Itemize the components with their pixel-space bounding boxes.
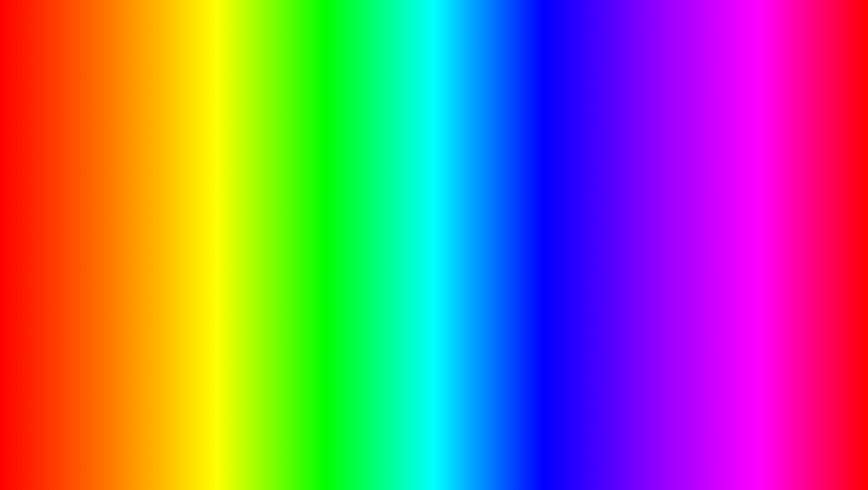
sidebar-ui-settings[interactable]: ⚙ UI Settings [43, 267, 101, 281]
logo-blox: BL [750, 441, 767, 456]
dungeon-title: • Dungeon [690, 173, 834, 180]
auto-farm-mastery-label: Auto Farm Selected Mastery [112, 267, 180, 273]
bottom-script: SCRIPT [380, 427, 525, 471]
panel-content-left: • Farming [ Main Farm ] Auto Farm Level … [102, 173, 263, 298]
sidebar-r-dungeon-label: Dungeon [641, 227, 663, 234]
fruit-rarity-label: Fruit Rarity to Trade with Chip [694, 219, 765, 225]
logo-ox: ⊗ [768, 441, 778, 456]
sidebar-r-items[interactable]: ✕ Items [626, 211, 684, 224]
farming-icon: ◉ [49, 192, 56, 199]
panel-header-left: Thunder • Farming × [43, 160, 263, 173]
bottom-pastebin: PASTEBIN [536, 427, 733, 471]
panel-sidebar-right: ⌂ Main ◉ Farming ◈ Monster ✕ Items 🏰 Dun… [626, 168, 684, 294]
panel-header-right: Thunder • Dungeon × [626, 156, 841, 168]
auto-nearest-label: Auto Nearest [112, 227, 143, 233]
sidebar-race-label: Race [58, 258, 71, 264]
fast-farm-level-toggle[interactable] [237, 213, 253, 220]
mastery-type-label: Select Mastery Type [112, 253, 161, 259]
sidebar-items[interactable]: ✕ Items [43, 215, 101, 228]
ui-settings-icon: ⚙ [49, 271, 56, 277]
auto-farm-mastery-toggle[interactable] [237, 266, 253, 273]
mastery-type-select[interactable]: Quest ▼ [221, 252, 253, 260]
sidebar-main[interactable]: ⌂ Main [43, 176, 101, 189]
dungeon-panel: Thunder • Dungeon × ⌂ Main ◉ Farming ◈ M… [625, 155, 841, 294]
auto-farm-level-label: Auto Farm Level [112, 200, 151, 207]
player-icon: 👤 [49, 245, 56, 251]
r-race-icon: ⚙ [631, 253, 638, 260]
sidebar-r-dungeon[interactable]: 🏰 Dungeon [626, 224, 684, 237]
r-player-icon: 👤 [631, 240, 638, 247]
sidebar-r-monster[interactable]: ◈ Monster [626, 198, 684, 211]
select-chip-label: Select Chip [694, 205, 721, 211]
mastery-type-row: Select Mastery Type Quest ▼ [108, 249, 256, 262]
panel-content-right: • Dungeon Dungeon Status Waiting For Dun… [684, 168, 841, 294]
fruit-rarity-value: Common [801, 219, 822, 225]
logo-fruits: FRUITS [779, 441, 824, 456]
auto-farm-dungeon-toggle[interactable] [815, 232, 831, 240]
panel-title-left: Thunder • Farming [48, 163, 96, 169]
sidebar-farming-label: Farming [58, 193, 78, 199]
sidebar-player[interactable]: 👤 Player [43, 241, 101, 254]
sidebar-monster[interactable]: ◈ Monster [43, 202, 101, 215]
title-blox: BLOX [215, 10, 396, 84]
sidebar-r-items-label: Items [641, 214, 654, 221]
main-farm-label: [ Main Farm ] [108, 189, 256, 196]
fruit-rarity-dropdown[interactable]: Common ▼ [798, 218, 831, 226]
panel-title-right: Thunder • Dungeon [630, 158, 681, 165]
sidebar-farming[interactable]: ◉ Farming [43, 189, 101, 202]
main-title: BLOX FRUITS [0, 9, 863, 85]
r-home-icon: ⌂ [631, 175, 638, 182]
select-chip-dropdown[interactable]: Flame ▼ [799, 204, 831, 212]
auto-farm-dungeon-row: Auto Farm Dungeon [690, 230, 834, 242]
bottom-farm: FARM [257, 427, 369, 471]
sidebar-monster-label: Monster [58, 206, 78, 212]
auto-farm-level-indicator[interactable] [249, 202, 253, 205]
auto-farm-mastery-row: Auto Farm Selected Mastery [108, 264, 256, 276]
r-farming-icon: ◉ [631, 188, 638, 195]
mastery-farm-label: [ Mastery Farm ] [108, 241, 256, 247]
select-chip-row: Select Chip Flame ▼ [690, 201, 834, 214]
bottom-auto: AUTO [134, 427, 246, 471]
blox-fruits-logo: 💀 BL ⊗ FRUITS [743, 417, 832, 461]
manual-kill-aura-info: Manual Kill Aura Manual Raid is always h… [694, 258, 802, 275]
sidebar-dungeon[interactable]: 🏰 Dungeon [43, 228, 101, 241]
character-silhouette [367, 269, 501, 449]
panel-close-right[interactable]: × [830, 159, 836, 165]
skull-icon: 💀 [750, 422, 824, 441]
dungeon-status-value: Waiting For Dungeon [694, 192, 831, 197]
sidebar-r-player[interactable]: 👤 Player [626, 237, 684, 250]
sidebar-r-race[interactable]: ⚙ Race [626, 250, 684, 263]
mastery-type-value: Quest [224, 253, 237, 258]
panel-close-left[interactable]: × [252, 163, 258, 169]
logo-container: 💀 BL ⊗ FRUITS [743, 417, 832, 461]
chevron-down-icon: ▼ [239, 254, 243, 258]
auto-nearest-toggle[interactable] [237, 227, 253, 234]
manual-kill-aura-row: Manual Kill Aura Manual Raid is always h… [690, 255, 834, 277]
manual-kill-aura-toggle[interactable] [815, 263, 831, 270]
r-monster-icon: ◈ [631, 201, 638, 208]
manual-kill-aura-desc: Manual Raid is always have this function… [694, 265, 802, 275]
farming-panel: Thunder • Farming × ⌂ Main ◉ Farming ◈ M… [43, 160, 263, 299]
fast-farm-level-label: Fast Farm Level [112, 214, 151, 220]
chip-chevron-icon: ▼ [818, 205, 822, 210]
sidebar-race[interactable]: ⚙ Race [43, 254, 101, 267]
auto-farm-dungeon-label: Auto Farm Dungeon [694, 233, 743, 239]
auto-farm-level-row: Auto Farm Level [108, 198, 256, 209]
manual-raid-label: [ Manual Raid ] [690, 246, 834, 253]
sidebar-ui-label: UI Settings [58, 271, 85, 277]
sidebar-r-farming[interactable]: ◉ Farming [626, 185, 684, 198]
title-fruits: FRUITS [413, 10, 648, 84]
panel-body-left: ⌂ Main ◉ Farming ◈ Monster ✕ Items 🏰 Dun… [43, 173, 263, 298]
auto-nearest-row: Auto Nearest [108, 224, 256, 236]
items-icon: ✕ [49, 218, 56, 225]
rarity-chevron-icon: ▼ [823, 220, 828, 224]
sidebar-r-main-label: Main [641, 175, 653, 182]
sidebar-items-label: Items [58, 219, 72, 225]
farming-title: • Farming [108, 177, 256, 185]
sidebar-dungeon-label: Dungeon [58, 232, 81, 238]
race-icon: ⚙ [49, 258, 56, 264]
sidebar-r-player-label: Player [641, 241, 656, 247]
r-dungeon-icon: 🏰 [631, 227, 638, 234]
dungeon-icon: 🏰 [49, 232, 56, 238]
sidebar-r-main[interactable]: ⌂ Main [626, 172, 684, 185]
